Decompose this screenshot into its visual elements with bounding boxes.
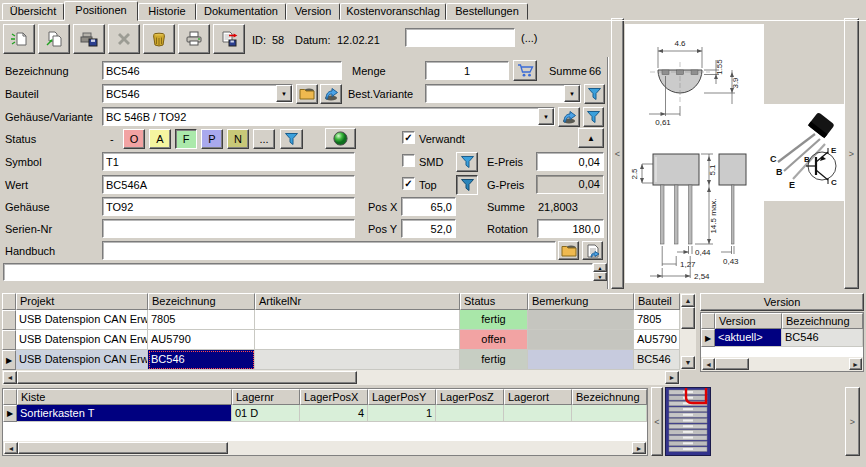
notiz-input[interactable] <box>3 263 593 281</box>
e-preis-input[interactable] <box>536 152 604 171</box>
export-record-button[interactable] <box>213 24 245 54</box>
cell-status[interactable]: fertig <box>460 310 528 330</box>
row-indicator[interactable] <box>2 330 16 350</box>
gehaeuse-input[interactable] <box>102 197 355 216</box>
cell-bauteil[interactable]: AU5790 <box>634 330 680 350</box>
version-hscroll-thumb[interactable] <box>715 358 749 370</box>
parts-hscroll-left-arrow[interactable]: ◄ <box>3 371 17 384</box>
current-row-indicator[interactable]: ▶ <box>3 405 17 422</box>
tab-uebersicht[interactable]: Übersicht <box>2 3 64 20</box>
kiste-panel-collapse-right[interactable]: > <box>845 387 860 456</box>
chevron-down-icon[interactable]: ▼ <box>564 85 580 102</box>
parts-header-bemerkung[interactable]: Bemerkung <box>528 293 634 310</box>
kiste-header-lagerposx[interactable]: LagerPosX <box>300 389 368 405</box>
kiste-hscroll-left-arrow[interactable]: ◄ <box>4 442 18 454</box>
tab-bestellungen[interactable]: Bestellungen <box>446 3 528 20</box>
kiste-header-lagerposz[interactable]: LagerPosZ <box>436 389 504 405</box>
kiste-panel-collapse-left[interactable]: < <box>651 387 663 456</box>
cell-artikelnr[interactable] <box>255 330 460 350</box>
cell-lagernr[interactable]: 01 D <box>232 405 300 422</box>
chevron-down-icon[interactable]: ▼ <box>276 85 292 102</box>
cell-lagerposy[interactable]: 1 <box>368 405 436 422</box>
parts-vscroll-thumb[interactable] <box>681 307 695 329</box>
delete-record-button[interactable] <box>108 24 140 54</box>
smd-checkbox[interactable] <box>402 154 415 167</box>
row-indicator[interactable] <box>2 310 16 330</box>
top-filter-button[interactable] <box>456 175 478 195</box>
bauteil-combo-input[interactable] <box>103 85 276 102</box>
cell-lagerposz[interactable] <box>436 405 504 422</box>
cell-lagerposx[interactable]: 4 <box>300 405 368 422</box>
parts-header-bauteil[interactable]: Bauteil <box>634 293 680 310</box>
kiste-header-lagerort[interactable]: Lagerort <box>504 389 572 405</box>
tab-kostenvoranschlag[interactable]: Kostenvoranschlag <box>340 3 446 20</box>
cell-bezeichnung[interactable]: AU5790 <box>148 330 255 350</box>
bauteil-goto-button[interactable] <box>320 84 342 104</box>
cell-kiste-bezeichnung[interactable] <box>572 405 647 422</box>
image-panel-collapse-right[interactable]: > <box>844 18 859 289</box>
tab-dokumentation[interactable]: Dokumentation <box>196 3 286 20</box>
cell-lagerort[interactable] <box>504 405 572 422</box>
collapse-up-button[interactable]: ▲ <box>578 128 604 148</box>
kiste-hscroll-thumb[interactable] <box>18 442 228 454</box>
spinner-down-button[interactable]: ▼ <box>593 272 607 281</box>
status-button-f[interactable]: F <box>175 129 197 149</box>
handbuch-input[interactable] <box>102 241 556 260</box>
cell-bauteil[interactable]: BC546 <box>634 350 680 370</box>
cell-version-bezeichnung[interactable]: BC546 <box>782 329 863 347</box>
handbuch-open-button[interactable] <box>558 241 579 260</box>
gehaeuse-variante-combo-input[interactable] <box>103 108 538 125</box>
best-variante-combo[interactable]: ▼ <box>425 84 581 103</box>
gehaeuse-variante-combo[interactable]: ▼ <box>102 107 555 126</box>
rotation-input[interactable] <box>537 219 604 238</box>
menge-input[interactable] <box>425 61 509 80</box>
top-checkbox[interactable]: ✓ <box>402 177 415 190</box>
quick-search-input[interactable] <box>405 28 515 47</box>
tab-positionen[interactable]: Positionen <box>64 1 138 21</box>
pos-y-input[interactable] <box>401 219 456 238</box>
spinner-up-button[interactable]: ▲ <box>593 263 607 272</box>
new-record-button[interactable] <box>3 24 35 54</box>
bauteil-open-button[interactable] <box>296 84 318 104</box>
duplicate-record-button[interactable] <box>38 24 70 54</box>
version-hscroll-right-arrow[interactable]: ► <box>849 358 862 370</box>
smd-filter-button[interactable] <box>456 152 478 172</box>
kiste-header-lagernr[interactable]: Lagernr <box>232 389 300 405</box>
status-button-a[interactable]: A <box>149 129 171 149</box>
image-panel-collapse-left[interactable]: < <box>611 18 624 289</box>
cell-bemerkung[interactable] <box>528 310 634 330</box>
status-button-p[interactable]: P <box>201 129 223 149</box>
kiste-header-kiste[interactable]: Kiste <box>17 389 232 405</box>
tab-version[interactable]: Version <box>286 3 340 20</box>
version-hscroll-left-arrow[interactable]: ◄ <box>702 358 715 370</box>
parts-vscroll-down-arrow[interactable]: ▼ <box>681 356 695 369</box>
cell-bezeichnung[interactable]: 7805 <box>148 310 255 330</box>
symbol-input[interactable] <box>102 152 355 171</box>
parts-header-projekt[interactable]: Projekt <box>16 293 148 310</box>
cell-status[interactable]: fertig <box>460 350 528 370</box>
pos-x-input[interactable] <box>401 197 456 216</box>
cell-projekt[interactable]: USB Datenspion CAN Erwe <box>16 310 148 330</box>
status-button-o[interactable]: O <box>123 129 145 149</box>
print-button[interactable] <box>178 24 210 54</box>
cell-artikelnr[interactable] <box>255 310 460 330</box>
handbuch-goto-button[interactable] <box>582 241 603 260</box>
best-variante-combo-input[interactable] <box>426 85 564 102</box>
kiste-header-lagerposy[interactable]: LagerPosY <box>368 389 436 405</box>
status-button-more[interactable]: ... <box>253 129 275 149</box>
parts-header-artikelnr[interactable]: ArtikelNr <box>255 293 460 310</box>
current-row-indicator[interactable]: ▶ <box>701 329 715 347</box>
best-variante-filter-button[interactable] <box>584 84 605 104</box>
gehaeuse-variante-goto-button[interactable] <box>558 107 580 127</box>
cell-version-selected[interactable]: <aktuell> <box>715 329 782 347</box>
parts-vscroll-up-arrow[interactable]: ▲ <box>681 294 695 307</box>
cell-bauteil[interactable]: 7805 <box>634 310 680 330</box>
trash-button[interactable] <box>143 24 175 54</box>
kiste-header-bezeichnung[interactable]: Bezeichnung <box>572 389 647 405</box>
cell-kiste-selected[interactable]: Sortierkasten T <box>17 405 232 422</box>
verwandt-checkbox[interactable]: ✓ <box>402 131 415 144</box>
serien-nr-input[interactable] <box>102 219 355 238</box>
chevron-down-icon[interactable]: ▼ <box>538 108 554 125</box>
current-row-indicator[interactable]: ▶ <box>2 350 16 370</box>
cell-projekt[interactable]: USB Datenspion CAN Erwe <box>16 350 148 370</box>
